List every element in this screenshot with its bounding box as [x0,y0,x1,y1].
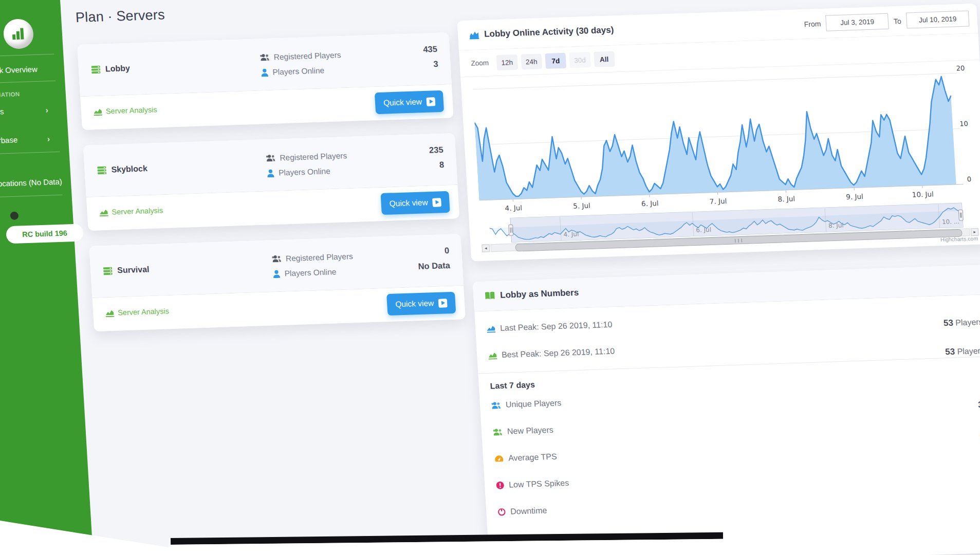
users-icon [491,401,502,410]
users-icon [272,255,282,263]
sidebar-item-label: Playerbase [0,135,18,145]
zoom-range-button-24h[interactable]: 24h [521,53,542,69]
power-icon [497,508,506,516]
sidebar-item-servers[interactable]: Servers › [0,105,60,117]
user-icon [272,269,281,278]
as-numbers-panel: Lobby as Numbers Last Peak: Sep 26 2019,… [473,265,980,555]
server-card-survival: SurvivalRegistered PlayersPlayers Online… [89,234,466,331]
sidebar-item-label: Network Overview [0,65,38,76]
svg-text:10: 10 [959,120,968,128]
servers-column: Plan · Servers LobbyRegistered PlayersPl… [75,0,447,8]
stat-value: 0 [417,246,450,262]
chart-line-icon [488,351,497,360]
sidebar: Network Overview INFORMATION Servers › P… [0,0,93,550]
chart-line-icon [487,325,496,333]
scrollbar-left-arrow[interactable]: ◄ [482,244,490,252]
zoom-label: Zoom [471,59,489,67]
server-icon [97,165,107,175]
status-dot-icon [10,212,19,220]
to-label: To [894,16,902,25]
sidebar-item-label: Geolocations (No Data) [0,177,62,189]
server-analysis-link[interactable]: Server Analysis [93,105,157,116]
book-open-icon [485,291,495,300]
zoom-range-button-7d[interactable]: 7d [545,53,566,69]
nav-handle-right[interactable] [958,210,964,221]
server-analysis-link[interactable]: Server Analysis [105,307,170,317]
chevron-right-icon: › [47,134,50,143]
stat-value: 8 [430,160,445,175]
zoom-range-button-30d: 30d [569,52,590,68]
stat-label-row: Players Online [266,163,348,180]
bar-chart-logo-icon [10,26,27,42]
svg-text:0: 0 [967,175,971,183]
svg-text:7. Jul: 7. Jul [709,197,727,206]
sidebar-item-label: Servers [0,107,4,117]
svg-text:8. Jul: 8. Jul [778,194,795,203]
exclamation-icon [496,481,505,490]
server-name: Skyblock [97,164,147,175]
tachometer-icon [494,455,504,463]
server-card-skyblock: SkyblockRegistered PlayersPlayers Online… [83,133,460,231]
from-date-input[interactable] [825,13,889,31]
online-activity-chart[interactable]: 010204. Jul5. Jul6. Jul7. Jul8. Jul9. Ju… [460,60,980,219]
user-icon [267,169,275,177]
user-icon [261,68,269,76]
zoom-range-button-all[interactable]: All [594,51,615,67]
nav-handle-left[interactable] [509,225,514,236]
svg-text:6. Jul: 6. Jul [641,199,659,208]
stat-value: 235 [429,145,443,160]
peak-value: 53 Players [945,346,980,358]
server-analysis-link[interactable]: Server Analysis [99,206,163,216]
panel-title-text: Lobby Online Activity (30 days) [484,25,614,39]
sidebar-item-geolocations[interactable]: Geolocations (No Data) [0,177,64,189]
version-badge[interactable]: RC build 196 [6,224,84,244]
server-icon [91,65,101,74]
svg-text:9. Jul: 9. Jul [846,192,863,201]
caret-square-right-icon [438,299,448,308]
zoom-range-button-12h[interactable]: 12h [496,54,518,70]
stat-label-row: Players Online [272,264,354,281]
svg-text:10. ...: 10. ... [941,218,959,226]
quick-view-button[interactable]: Quick view [375,90,444,114]
area-chart-icon [469,30,479,40]
svg-text:10. Jul: 10. Jul [912,190,934,198]
server-card-lobby: LobbyRegistered PlayersPlayers Online435… [77,32,454,130]
sidebar-item-network-overview[interactable]: Network Overview [0,64,57,76]
highcharts-credit[interactable]: Highcharts.com [940,235,978,243]
to-date-input[interactable] [906,11,970,29]
from-label: From [804,20,821,28]
svg-text:4. Jul: 4. Jul [505,203,522,212]
divider [0,152,60,156]
users-icon [266,154,276,162]
svg-text:5. Jul: 5. Jul [573,201,590,210]
quick-view-button[interactable]: Quick view [381,191,450,215]
svg-text:20: 20 [956,65,965,72]
sidebar-item-playerbase[interactable]: Playerbase › [0,134,61,145]
activity-column: Lobby Online Activity (30 days) From To … [457,4,976,21]
chart-line-icon [105,309,115,317]
server-icon [103,266,113,275]
caret-square-right-icon [426,97,435,106]
sidebar-section-information: INFORMATION [0,90,59,99]
users-icon [260,53,270,62]
stat-value: 435 [423,44,438,60]
divider [0,81,56,85]
online-activity-panel: Lobby Online Activity (30 days) From To … [457,4,980,261]
quick-view-button[interactable]: Quick view [386,292,456,316]
as-numbers-body: Last Peak: Sep 26 2019, 11:1053 PlayersB… [474,294,980,536]
chart-line-icon [99,208,108,216]
users-icon [493,428,503,436]
page-title: Plan · Servers [75,7,165,26]
divider [0,195,63,199]
chart-line-icon [93,107,102,116]
server-name: Survival [103,265,150,275]
server-name: Lobby [91,64,131,75]
plan-logo[interactable] [3,18,34,49]
stat-value: 3 [424,59,439,75]
chevron-right-icon: › [45,105,48,114]
stat-value: No Data [418,261,451,276]
panel-title-text: Lobby as Numbers [500,288,579,301]
dashboard-page: Network Overview INFORMATION Servers › P… [0,0,980,555]
caret-square-right-icon [432,198,441,207]
divider [0,54,54,59]
